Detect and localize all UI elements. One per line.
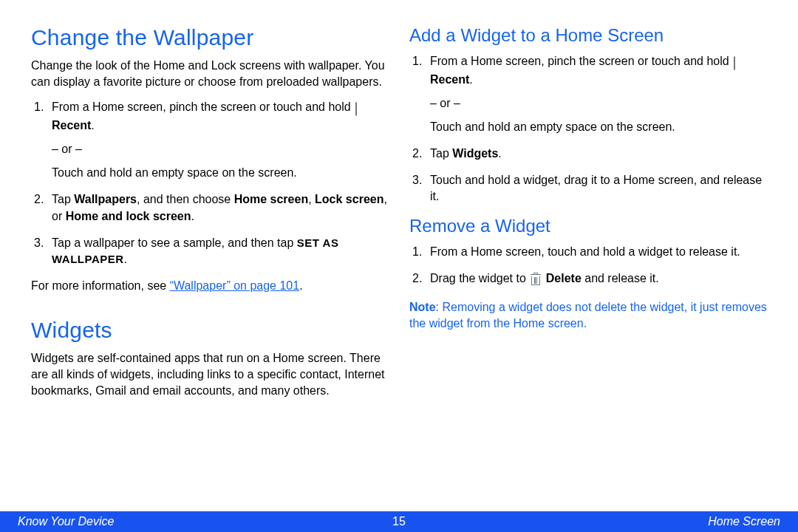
step-text: .	[191, 210, 194, 222]
remove-widget-steps: From a Home screen, touch and hold a wid…	[409, 244, 768, 289]
add-widget-step-1: From a Home screen, pinch the screen or …	[409, 53, 768, 135]
footer-right: Home Screen	[708, 515, 780, 528]
remove-widget-step-2: Drag the widget to Delete and release it…	[409, 270, 768, 289]
widgets-label: Widgets	[452, 147, 498, 160]
heading-add-widget: Add a Widget to a Home Screen	[409, 25, 768, 46]
step-text: .	[498, 147, 501, 160]
step-text: , and then choose	[137, 193, 234, 205]
wallpaper-step-1: From a Home screen, pinch the screen or …	[31, 99, 390, 181]
step-text: .	[91, 119, 94, 132]
step-text: From a Home screen, pinch the screen or …	[52, 100, 354, 113]
add-widget-step-3: Touch and hold a widget, drag it to a Ho…	[409, 172, 768, 205]
step-text: Tap	[52, 193, 74, 205]
step-text: .	[469, 73, 472, 86]
add-widget-steps: From a Home screen, pinch the screen or …	[409, 53, 768, 205]
heading-remove-widget: Remove a Widget	[409, 216, 768, 236]
step-text: From a Home screen, pinch the screen or …	[430, 55, 732, 67]
or-divider: – or –	[430, 95, 768, 112]
lock-screen-label: Lock screen	[315, 193, 383, 205]
recent-icon	[355, 101, 357, 117]
remove-widget-note: Note: Removing a widget does not delete …	[409, 299, 768, 332]
wallpaper-intro: Change the look of the Home and Lock scr…	[31, 58, 390, 90]
step-text: Tap a wallpaper to see a sample, and the…	[52, 236, 297, 249]
footer-page-number: 15	[392, 515, 406, 528]
wallpapers-label: Wallpapers	[74, 193, 137, 205]
step-alt: Touch and hold an empty space on the scr…	[430, 119, 768, 135]
step-text: and release it.	[582, 272, 659, 284]
wallpaper-xref-link[interactable]: “Wallpaper” on page 101	[170, 279, 300, 292]
wallpaper-step-3: Tap a wallpaper to see a sample, and the…	[31, 235, 390, 267]
note-label: Note	[409, 301, 436, 313]
step-text: .	[124, 253, 127, 265]
step-text: Tap	[430, 147, 452, 160]
xref-suffix: .	[299, 279, 302, 292]
footer-left: Know Your Device	[18, 515, 114, 528]
wallpaper-step-2: Tap Wallpapers, and then choose Home scr…	[31, 191, 390, 224]
right-column: Add a Widget to a Home Screen From a Hom…	[409, 25, 768, 498]
two-column-layout: Change the Wallpaper Change the look of …	[31, 25, 768, 498]
page-footer: Know Your Device 15 Home Screen	[0, 511, 798, 532]
step-text: ,	[308, 193, 315, 205]
add-widget-step-2: Tap Widgets.	[409, 146, 768, 162]
xref-prefix: For more information, see	[31, 279, 170, 292]
widgets-intro: Widgets are self-contained apps that run…	[31, 350, 390, 399]
note-text: : Removing a widget does not delete the …	[409, 301, 767, 330]
recent-label: Recent	[430, 73, 469, 86]
home-screen-label: Home screen	[234, 193, 309, 205]
heading-change-wallpaper: Change the Wallpaper	[31, 25, 390, 50]
wallpaper-steps: From a Home screen, pinch the screen or …	[31, 99, 390, 267]
heading-widgets: Widgets	[31, 318, 390, 343]
home-and-lock-label: Home and lock screen	[66, 210, 191, 222]
left-column: Change the Wallpaper Change the look of …	[31, 25, 390, 498]
delete-icon	[531, 273, 541, 289]
step-alt: Touch and hold an empty space on the scr…	[52, 165, 390, 181]
step-text: Drag the widget to	[430, 272, 529, 284]
delete-label: Delete	[546, 272, 582, 284]
manual-page: Change the Wallpaper Change the look of …	[0, 0, 798, 532]
recent-icon	[734, 55, 735, 72]
remove-widget-step-1: From a Home screen, touch and hold a wid…	[409, 244, 768, 260]
or-divider: – or –	[52, 141, 390, 157]
wallpaper-xref-line: For more information, see “Wallpaper” on…	[31, 278, 390, 294]
recent-label: Recent	[52, 119, 91, 132]
